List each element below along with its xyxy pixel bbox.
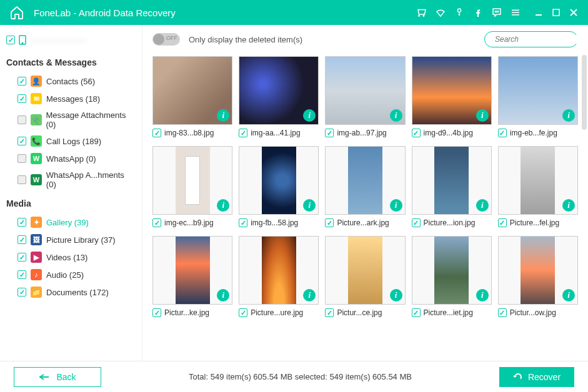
thumbnail-image[interactable]: i xyxy=(412,56,492,125)
back-button[interactable]: Back xyxy=(14,367,101,387)
sidebar-item[interactable]: ♪Audio (25) xyxy=(6,266,136,283)
thumbnail-checkbox[interactable] xyxy=(152,308,161,317)
thumbnail-item[interactable]: iPictur...ke.jpg xyxy=(152,236,232,317)
info-icon[interactable]: i xyxy=(217,199,229,212)
item-checkbox[interactable] xyxy=(17,270,26,279)
thumbnail-checkbox[interactable] xyxy=(412,308,421,317)
thumbnail-item[interactable]: iPicture...ark.jpg xyxy=(325,146,405,227)
sidebar-item[interactable]: ✦Gallery (39) xyxy=(6,213,136,231)
device-row[interactable]: ——————— xyxy=(6,32,136,51)
thumbnail-item[interactable]: iimg-d9...4b.jpg xyxy=(412,56,492,137)
minimize-button[interactable] xyxy=(534,7,544,17)
thumbnail-checkbox[interactable] xyxy=(239,129,247,137)
item-checkbox[interactable] xyxy=(17,77,26,86)
info-icon[interactable]: i xyxy=(476,289,489,301)
key-icon[interactable] xyxy=(454,7,465,18)
cart-icon[interactable] xyxy=(416,7,427,18)
thumbnail-item[interactable]: iimg-eb...fe.jpg xyxy=(498,56,578,137)
info-icon[interactable]: i xyxy=(476,109,489,122)
feedback-icon[interactable] xyxy=(491,7,502,18)
thumbnail-checkbox[interactable] xyxy=(325,129,334,137)
thumbnail-checkbox[interactable] xyxy=(412,129,421,137)
device-checkbox[interactable] xyxy=(6,36,15,44)
thumbnail-item[interactable]: iPictur...ow.jpg xyxy=(498,236,578,317)
thumbnail-image[interactable]: i xyxy=(412,146,492,215)
wifi-icon[interactable] xyxy=(435,7,446,18)
thumbnail-image[interactable]: i xyxy=(239,146,319,215)
item-checkbox[interactable] xyxy=(17,137,26,145)
section-title: Media xyxy=(6,198,136,208)
thumbnail-image[interactable]: i xyxy=(412,236,492,305)
thumbnail-checkbox[interactable] xyxy=(152,129,161,137)
info-icon[interactable]: i xyxy=(303,199,316,212)
thumbnail-item[interactable]: iPicture...fel.jpg xyxy=(498,146,578,227)
thumbnail-checkbox[interactable] xyxy=(152,218,161,227)
thumbnail-image[interactable]: i xyxy=(498,56,578,125)
thumbnail-image[interactable]: i xyxy=(498,236,578,305)
thumbnail-checkbox[interactable] xyxy=(498,129,507,137)
thumbnail-image[interactable]: i xyxy=(498,146,578,215)
thumbnail-item[interactable]: iimg-ec...b9.jpg xyxy=(152,146,232,227)
info-icon[interactable]: i xyxy=(476,199,489,212)
home-icon[interactable] xyxy=(9,5,24,20)
thumbnail-checkbox[interactable] xyxy=(239,308,247,317)
thumbnail-item[interactable]: iimg-aa...41.jpg xyxy=(239,56,319,137)
thumbnail-image[interactable]: i xyxy=(152,236,232,305)
item-checkbox[interactable] xyxy=(17,288,26,296)
thumbnail-image[interactable]: i xyxy=(325,146,405,215)
thumbnail-item[interactable]: iPicture...ion.jpg xyxy=(412,146,492,227)
search-box[interactable] xyxy=(484,31,578,47)
scrollbar[interactable] xyxy=(582,55,587,355)
sidebar-item[interactable]: ✉Messages (18) xyxy=(6,90,136,107)
thumbnail-image[interactable]: i xyxy=(325,56,405,125)
thumbnail-image[interactable]: i xyxy=(325,236,405,305)
sidebar-item[interactable]: 📁Documents (172) xyxy=(6,283,136,301)
info-icon[interactable]: i xyxy=(562,289,575,301)
thumbnail-item[interactable]: iimg-fb...58.jpg xyxy=(239,146,319,227)
thumbnail-item[interactable]: iimg-ab...97.jpg xyxy=(325,56,405,137)
thumbnail-image[interactable]: i xyxy=(239,236,319,305)
thumbnail-item[interactable]: iPictur...ce.jpg xyxy=(325,236,405,317)
sidebar-item[interactable]: WWhatsApp (0) xyxy=(6,150,136,167)
sidebar-item[interactable]: 🖼Picture Library (37) xyxy=(6,231,136,248)
deleted-filter-toggle[interactable]: OFF xyxy=(152,33,180,46)
maximize-button[interactable] xyxy=(551,7,561,17)
menu-icon[interactable] xyxy=(510,7,521,18)
item-checkbox[interactable] xyxy=(17,94,26,103)
thumbnail-item[interactable]: iimg-83...b8.jpg xyxy=(152,56,232,137)
info-icon[interactable]: i xyxy=(562,109,575,122)
facebook-icon[interactable] xyxy=(472,7,484,18)
search-input[interactable] xyxy=(495,35,588,44)
thumbnail-checkbox[interactable] xyxy=(239,218,247,227)
info-icon[interactable]: i xyxy=(303,289,316,301)
sidebar-item[interactable]: 📞Call Logs (189) xyxy=(6,132,136,150)
sidebar-item[interactable]: 📎Message Attachments (0) xyxy=(6,107,136,132)
thumbnail-image[interactable]: i xyxy=(152,146,232,215)
sidebar-item[interactable]: ▶Videos (13) xyxy=(6,248,136,266)
thumbnail-image[interactable]: i xyxy=(239,56,319,125)
info-icon[interactable]: i xyxy=(390,109,402,122)
info-icon[interactable]: i xyxy=(217,289,229,301)
recover-button[interactable]: Recover xyxy=(499,367,574,387)
thumbnail-image[interactable]: i xyxy=(152,56,232,125)
thumbnail-checkbox[interactable] xyxy=(412,218,421,227)
close-button[interactable] xyxy=(569,7,579,17)
item-checkbox[interactable] xyxy=(17,253,26,262)
thumbnail-label-row: img-d9...4b.jpg xyxy=(412,129,492,137)
info-icon[interactable]: i xyxy=(390,199,402,212)
info-icon[interactable]: i xyxy=(390,289,402,301)
thumbnail-checkbox[interactable] xyxy=(325,308,334,317)
thumbnail-checkbox[interactable] xyxy=(325,218,334,227)
item-checkbox[interactable] xyxy=(17,154,26,163)
info-icon[interactable]: i xyxy=(562,199,575,212)
sidebar-item[interactable]: WWhatsApp A...hments (0) xyxy=(6,167,136,192)
thumbnail-checkbox[interactable] xyxy=(498,308,507,317)
item-checkbox[interactable] xyxy=(17,218,26,227)
thumbnail-item[interactable]: iPicture...ure.jpg xyxy=(239,236,319,317)
item-checkbox[interactable] xyxy=(17,235,26,244)
thumbnail-checkbox[interactable] xyxy=(498,218,507,227)
item-checkbox[interactable] xyxy=(17,175,26,184)
thumbnail-item[interactable]: iPicture...iet.jpg xyxy=(412,236,492,317)
item-checkbox[interactable] xyxy=(17,115,26,124)
sidebar-item[interactable]: 👤Contacts (56) xyxy=(6,72,136,90)
